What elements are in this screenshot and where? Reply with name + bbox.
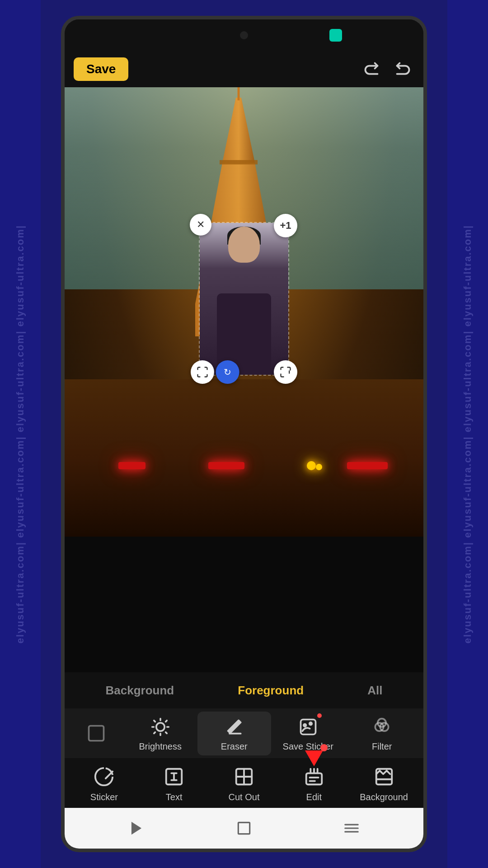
brightness-label: Brightness [139,741,182,752]
filter-label: Filter [372,741,392,752]
expand-left-handle[interactable] [191,360,214,384]
car-lights [65,460,423,469]
background-label: Background [360,792,408,802]
svg-line-12 [165,732,167,733]
edit-label: Edit [306,792,322,802]
tool-item-cut-out[interactable]: Cut Out [209,764,279,802]
camera-indicator [240,31,248,39]
tab-foreground[interactable]: Foreground [229,679,313,702]
svg-marker-27 [305,750,323,766]
svg-rect-37 [238,822,249,834]
person-head [228,226,260,263]
watermark-left: elyusuf-ultra.com| elyusuf-ultra.com| el… [0,0,41,868]
tool-item-eraser[interactable]: Eraser [197,712,272,755]
svg-line-15 [154,732,155,733]
close-handle[interactable]: ✕ [190,214,211,236]
person-body [200,223,288,375]
redo-button[interactable] [360,58,383,80]
svg-rect-7 [89,726,104,741]
svg-line-11 [154,720,155,722]
svg-point-8 [156,722,164,731]
text-icon [161,764,187,789]
svg-rect-4 [220,160,258,165]
svg-point-19 [310,722,312,725]
black-area [65,537,423,672]
sticker-icon [91,764,117,789]
tool-item-sticker[interactable]: Sticker [69,764,139,802]
save-sticker-icon [296,715,320,739]
cut-out-icon [231,764,257,789]
status-bar [65,19,423,51]
tab-background[interactable]: Background [97,679,183,702]
cut-out-label: Cut Out [229,792,260,802]
undo-button[interactable] [392,58,414,80]
svg-point-18 [304,724,306,726]
svg-rect-17 [300,719,315,734]
tool-item-edit[interactable]: Edit [279,764,349,802]
phone-frame: Save [61,16,427,852]
eraser-icon [222,715,246,739]
nav-stop-button[interactable] [233,817,255,840]
tab-bar: Background Foreground All [65,672,423,708]
expand-right-handle[interactable] [274,360,297,384]
tool-item-partial[interactable] [69,722,123,745]
watermark-right: elyusuf-ultra.com| elyusuf-ultra.com| el… [447,0,488,868]
recording-indicator [329,29,342,42]
nav-menu-button[interactable] [340,817,363,840]
sticker-label: Sticker [90,792,118,802]
tool-item-brightness[interactable]: Brightness [123,715,197,752]
plus1-handle[interactable]: +1 [274,214,297,237]
rotation-handle[interactable]: ↻ [216,360,239,384]
tab-all[interactable]: All [358,679,391,702]
tool-item-filter[interactable]: Filter [345,715,419,752]
svg-marker-36 [131,822,141,835]
tool-item-background[interactable]: Background [349,764,419,802]
nav-bar [65,808,423,849]
svg-line-16 [165,720,167,722]
brightness-icon [149,715,172,739]
nav-play-button[interactable] [125,817,148,840]
background-icon [371,764,397,789]
partial-icon [84,722,108,745]
eraser-label: Eraser [221,741,248,752]
svg-rect-6 [238,87,240,100]
person-sticker[interactable]: ✕ +1 ↻ [199,222,289,376]
svg-marker-0 [222,98,255,163]
filter-icon [370,715,394,739]
street-layer [65,379,423,537]
svg-rect-29 [306,773,322,784]
arrow-indicator [300,741,328,770]
canvas-area[interactable]: ✕ +1 ↻ [65,87,423,537]
tool-row-bottom: Sticker Text Cut Out [65,758,423,808]
tool-row-top: Brightness Eraser Save Sticker [65,708,423,758]
save-button[interactable]: Save [74,57,128,81]
top-toolbar: Save [65,51,423,87]
tool-item-text[interactable]: Text [139,764,209,802]
svg-point-28 [320,744,328,751]
text-label: Text [166,792,183,802]
